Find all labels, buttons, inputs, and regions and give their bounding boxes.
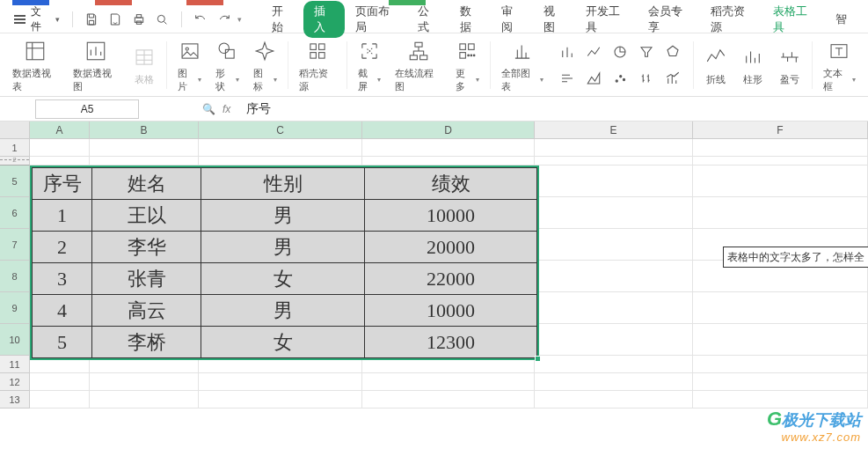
tab-dev[interactable]: 开发工具 xyxy=(575,0,638,39)
zoom-icon[interactable]: 🔍 xyxy=(202,103,215,115)
all-charts-button[interactable]: 全部图表▾ xyxy=(494,33,551,96)
tab-review[interactable]: 审阅 xyxy=(491,0,533,39)
resource-icon xyxy=(306,37,329,65)
svg-rect-17 xyxy=(419,55,427,59)
svg-point-25 xyxy=(616,79,617,81)
table-header[interactable]: 性别 xyxy=(201,168,365,200)
row-header[interactable]: 12 xyxy=(0,373,30,391)
stock-chart-icon[interactable] xyxy=(635,67,658,90)
formula-input[interactable]: 序号 xyxy=(246,101,271,117)
pivot-table-button[interactable]: 数据透视表 xyxy=(5,33,66,96)
scatter-chart-icon[interactable] xyxy=(609,67,631,90)
sparkline-winloss-button[interactable]: 盈亏 xyxy=(771,33,808,96)
screenshot-icon xyxy=(358,37,381,65)
data-table: 序号 姓名 性别 绩效 1王以男10000 2李华男20000 3张青女2200… xyxy=(32,167,537,358)
tab-formula[interactable]: 公式 xyxy=(407,0,449,39)
svg-rect-1 xyxy=(136,14,141,17)
sparkle-icon xyxy=(253,37,276,65)
bar-chart-h-icon[interactable] xyxy=(556,67,579,90)
row-header[interactable]: 6 xyxy=(0,197,30,229)
menu-bar: 文件 ▾ ▾ 开始 插入 页面布局 公式 数据 审阅 视图 开发工具 会员专享 … xyxy=(0,5,868,33)
sparkline-line-button[interactable]: 折线 xyxy=(697,33,734,96)
column-chart-icon[interactable] xyxy=(556,40,579,63)
tab-insert[interactable]: 插入 xyxy=(303,1,346,38)
tab-tabletool[interactable]: 表格工具 xyxy=(762,0,825,39)
col-header-B[interactable]: B xyxy=(90,121,199,138)
row-header[interactable]: 13 xyxy=(0,391,30,409)
tab-layout[interactable]: 页面布局 xyxy=(345,0,407,39)
table-header[interactable]: 姓名 xyxy=(92,168,201,200)
shape-button[interactable]: 形状▾ xyxy=(208,33,246,96)
screenshot-button[interactable]: 截屏▾ xyxy=(351,33,389,96)
col-header-E[interactable]: E xyxy=(535,121,693,138)
icon-button[interactable]: 图标▾ xyxy=(246,33,284,96)
svg-rect-11 xyxy=(310,43,317,49)
table-button[interactable]: 表格 xyxy=(126,33,163,96)
svg-rect-16 xyxy=(410,55,417,59)
more-button[interactable]: 更多▾ xyxy=(449,33,486,96)
funnel-chart-icon[interactable] xyxy=(635,40,658,63)
area-chart-icon[interactable] xyxy=(582,67,605,90)
formula-bar: A5 🔍 fx 序号 xyxy=(0,97,868,121)
picture-icon xyxy=(179,37,201,65)
textbox-button[interactable]: 文本框▾ xyxy=(816,33,863,96)
more-icon xyxy=(456,37,478,65)
spreadsheet: A B C D E F 1 2 5 6 7 8 9 10 11 12 13 xyxy=(0,121,868,449)
daoke-resource-button[interactable]: 稻壳资源 xyxy=(292,33,343,96)
save-as-button[interactable] xyxy=(106,9,126,30)
print-preview-button[interactable] xyxy=(152,9,172,30)
name-box[interactable]: A5 xyxy=(35,99,139,119)
row-header[interactable]: 5 xyxy=(0,166,30,197)
tab-daoke[interactable]: 稻壳资源 xyxy=(700,0,762,39)
redo-button[interactable] xyxy=(214,9,234,30)
tab-view[interactable]: 视图 xyxy=(533,0,575,39)
tab-smart[interactable]: 智 xyxy=(825,8,857,31)
pie-chart-icon[interactable] xyxy=(609,40,631,63)
col-header-A[interactable]: A xyxy=(30,121,90,138)
svg-point-27 xyxy=(623,78,624,80)
row-header[interactable]: 11 xyxy=(0,356,30,373)
tab-start[interactable]: 开始 xyxy=(261,0,303,39)
table-header[interactable]: 绩效 xyxy=(365,168,537,200)
file-menu[interactable]: 文件 ▾ xyxy=(11,3,63,36)
save-button[interactable] xyxy=(82,9,102,30)
sparkline-bar-button[interactable]: 柱形 xyxy=(734,33,771,96)
col-header-C[interactable]: C xyxy=(199,121,362,138)
picture-button[interactable]: 图片▾ xyxy=(171,33,208,96)
line-chart-icon[interactable] xyxy=(582,40,605,63)
svg-point-21 xyxy=(471,55,473,56)
undo-button[interactable] xyxy=(191,9,211,30)
fill-handle[interactable] xyxy=(535,356,541,362)
cell-note[interactable]: 表格中的文字太多了，怎样全 xyxy=(723,247,868,268)
divider xyxy=(181,11,182,27)
online-flowchart-button[interactable]: 在线流程图 xyxy=(388,33,449,96)
divider xyxy=(72,11,73,27)
column-headers: A B C D E F xyxy=(0,121,868,139)
print-button[interactable] xyxy=(128,9,149,30)
combo-chart-icon[interactable] xyxy=(661,67,684,90)
table-row: 3张青女22000 xyxy=(33,263,537,295)
cell-grid[interactable]: 序号 姓名 性别 绩效 1王以男10000 2李华男20000 3张青女2200… xyxy=(30,139,868,409)
table-header[interactable]: 序号 xyxy=(33,168,92,200)
table-row: 2李华男20000 xyxy=(33,232,537,263)
table-row: 5李桥女12300 xyxy=(33,327,537,358)
row-header[interactable]: 7 xyxy=(0,229,30,261)
tab-member[interactable]: 会员专享 xyxy=(638,0,700,39)
watermark: G极光下载站 www.xz7.com xyxy=(767,408,861,444)
ribbon: 数据透视表 数据透视图 表格 图片▾ 形状▾ 图标▾ 稻壳资源 截屏▾ 在线流程… xyxy=(0,33,868,97)
row-header[interactable]: 9 xyxy=(0,292,30,324)
fx-label[interactable]: fx xyxy=(222,103,230,115)
row-header[interactable]: 2 xyxy=(0,157,30,166)
chevron-down-icon[interactable]: ▾ xyxy=(237,15,242,24)
tab-data[interactable]: 数据 xyxy=(449,0,492,39)
hamburger-icon xyxy=(14,15,26,24)
col-header-F[interactable]: F xyxy=(693,121,868,138)
row-header[interactable]: 10 xyxy=(0,324,30,356)
radar-chart-icon[interactable] xyxy=(661,40,684,63)
table-row: 序号 姓名 性别 绩效 xyxy=(33,168,537,200)
row-header[interactable]: 1 xyxy=(0,139,30,157)
col-header-D[interactable]: D xyxy=(362,121,535,138)
row-header[interactable]: 8 xyxy=(0,261,30,292)
pivot-chart-button[interactable]: 数据透视图 xyxy=(66,33,127,96)
select-all-corner[interactable] xyxy=(0,121,30,138)
